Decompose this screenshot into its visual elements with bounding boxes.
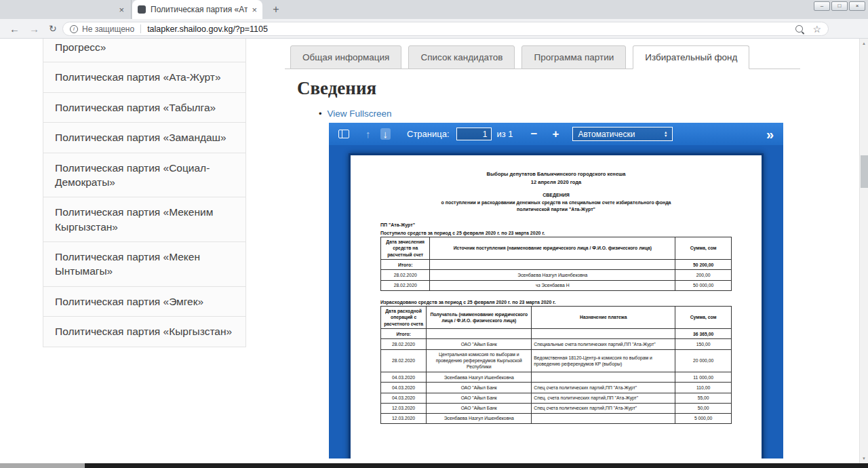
sidebar-item-party[interactable]: Политическая партия «Ата-Журт» (43, 62, 245, 92)
table-cell: ОАО "Айыл Банк (427, 403, 532, 413)
address-separator (140, 24, 141, 33)
sidebar-item-party[interactable]: Политическая партия «Кыргызстан» (43, 317, 245, 347)
content-tab-inactive[interactable]: Программа партии (521, 45, 626, 69)
table-cell: Центральная комиссия по выборам и провед… (427, 349, 532, 372)
table-header-cell: Сумма, сом (675, 237, 732, 260)
zoom-out-button[interactable]: − (531, 128, 538, 141)
pdf-canvas: Выборы депутатов Балыкчинского городског… (329, 145, 783, 459)
table-cell: 50 200,00 (675, 260, 732, 270)
table-cell (427, 329, 532, 339)
table-cell (532, 329, 675, 339)
expand-viewer-icon[interactable]: » (766, 128, 774, 141)
sidebar-item-party[interactable]: Политическая партия «Эмгек» (43, 287, 245, 317)
table-row: 04.03.2020ОАО "Айыл БанкСпец счета полит… (381, 383, 732, 393)
table-cell: Эсенбаева Назгул Ишенбековна (427, 372, 532, 383)
doc-title-line1: Выборы депутатов Балыкчинского городског… (380, 170, 732, 178)
table-cell: Спец счета политических партий,ПП "Ата-Ж… (532, 383, 675, 393)
table-cell: 04.03.2020 (381, 393, 427, 403)
zoom-in-button[interactable]: + (553, 128, 559, 141)
table-cell: чз Эсенбаева Н (430, 280, 675, 290)
minimize-button[interactable]: – (814, 1, 830, 11)
sidebar-item-party[interactable]: Политическая партия «Замандаш» (43, 123, 245, 153)
security-label[interactable]: Не защищено (82, 24, 134, 34)
page-label: Страница: (407, 129, 450, 139)
back-icon[interactable]: ← (9, 24, 20, 34)
doc-heading2: о поступлении и расходовании денежных ср… (380, 199, 732, 207)
sidebar-toggle-icon[interactable] (338, 130, 349, 138)
address-bar[interactable]: i Не защищено talapker.shailoo.gov.kg/?p… (62, 22, 829, 36)
scrollbar-thumb[interactable] (861, 155, 868, 188)
scroll-up-icon[interactable]: ▲ (860, 39, 868, 48)
table-cell: 04.03.2020 (381, 372, 427, 383)
table-cell: 5 000,00 (675, 413, 732, 423)
table-cell: 11 000,00 (675, 372, 732, 383)
page-content: Прогресс»Политическая партия «Ата-Журт»П… (0, 39, 868, 463)
party-list: Прогресс»Политическая партия «Ата-Журт»П… (43, 39, 246, 347)
sidebar-item-party[interactable]: Политическая партия «Мекен Ынтымагы» (43, 242, 245, 287)
table-header-cell: Источник поступления (наименование юриди… (430, 237, 675, 260)
doc-income-caption: Поступило средств за период с 25 февраля… (380, 231, 732, 235)
fullscreen-list-item: • View Fullscreen (285, 109, 800, 119)
browser-titlebar: × Политическая партия «Ата-Жур × + – □ × (0, 0, 868, 19)
page-number-input[interactable] (456, 128, 492, 140)
zoom-icon[interactable] (795, 25, 803, 33)
table-header-cell: Дата зачисления средств на расчетный сче… (381, 237, 430, 260)
browser-tab-inactive[interactable]: × (1, 0, 132, 19)
view-fullscreen-link[interactable]: View Fullscreen (328, 109, 392, 119)
table-header-cell: Назначение платежа (532, 306, 675, 329)
table-cell: ОАО "Айыл Банк (427, 383, 532, 393)
scroll-down-icon[interactable]: ▼ (860, 454, 868, 463)
table-header-cell: Получатель (наименование юридического ли… (427, 306, 532, 329)
doc-expense-caption: Израсходовано средств за период с 25 фев… (380, 300, 732, 305)
taskbar-left-segment (0, 463, 85, 468)
table-cell (430, 260, 675, 270)
close-tab-icon[interactable]: × (119, 5, 124, 14)
info-icon[interactable]: i (70, 25, 78, 33)
forward-icon[interactable]: → (29, 24, 39, 34)
spinner-down-icon: ▼ (664, 134, 667, 138)
table-cell: 04.03.2020 (381, 383, 427, 393)
table-cell: 50,00 (675, 403, 732, 413)
tab-title: Политическая партия «Ата-Жур (151, 5, 248, 14)
sidebar-item-party[interactable]: Политическая партия «Табылга» (43, 93, 245, 123)
table-cell: 110,00 (675, 383, 732, 393)
doc-title-line2: 12 апреля 2020 года (380, 178, 732, 187)
sidebar-item-party[interactable]: Политическая партия «Мекеним Кыргызстан» (43, 197, 245, 242)
close-window-button[interactable]: × (849, 1, 865, 11)
content-tab-inactive[interactable]: Общая информация (290, 45, 401, 69)
table-cell: 200,00 (675, 270, 732, 280)
table-row: 28.02.2020ОАО "Айыл БанкСпециальные счет… (381, 339, 732, 349)
table-cell: 150,00 (675, 339, 732, 349)
table-cell: 55,00 (675, 393, 732, 403)
taskbar-strip (0, 463, 868, 468)
maximize-button[interactable]: □ (831, 1, 848, 11)
table-cell (532, 413, 675, 423)
table-cell: 50 000,00 (675, 280, 732, 290)
table-cell: 28.02.2020 (381, 339, 427, 349)
table-row: 04.03.2020Эсенбаева Назгул Ишенбековна11… (381, 372, 732, 383)
table-cell: Ведомственная 18120-Центр-я комиссия по … (532, 349, 675, 372)
browser-tab-active[interactable]: Политическая партия «Ата-Жур × (132, 0, 262, 19)
table-cell: Спец. счета политических партий,ПП "Ата-… (532, 393, 675, 403)
doc-heading3: политической партии "Ата-Журт" (380, 206, 732, 214)
main-content: Общая информацияСписок кандидатовПрограм… (285, 39, 800, 463)
content-tab-inactive[interactable]: Список кандидатов (408, 45, 515, 69)
reload-icon[interactable]: ↻ (49, 24, 57, 33)
zoom-mode-value: Автоматически (578, 130, 635, 139)
table-cell: 12.03.2020 (381, 403, 427, 413)
sidebar-item-party[interactable]: Политическая партия «Социал-Демократы» (43, 153, 245, 198)
pdf-toolbar: ↑ ↓ Страница: из 1 − + Автоматически ▲ ▼ (329, 123, 783, 145)
previous-page-icon[interactable]: ↑ (366, 128, 371, 140)
close-tab-icon[interactable]: × (252, 5, 257, 14)
next-page-icon[interactable]: ↓ (380, 128, 391, 140)
browser-toolbar: ← → ↻ i Не защищено talapker.shailoo.gov… (0, 19, 868, 39)
url-text[interactable]: talapker.shailoo.gov.kg/?p=1105 (147, 24, 795, 34)
favicon-icon (138, 5, 146, 14)
page-scrollbar[interactable]: ▲ ▼ (859, 39, 868, 463)
bookmark-star-icon[interactable]: ☆ (812, 24, 821, 34)
content-tab-active[interactable]: Избирательный фонд (633, 45, 749, 69)
zoom-mode-select[interactable]: Автоматически ▲ ▼ (572, 127, 673, 141)
table-cell: 12.03.2020 (381, 413, 427, 423)
sidebar-item-party[interactable]: Прогресс» (43, 39, 245, 62)
new-tab-button[interactable]: + (269, 3, 283, 16)
